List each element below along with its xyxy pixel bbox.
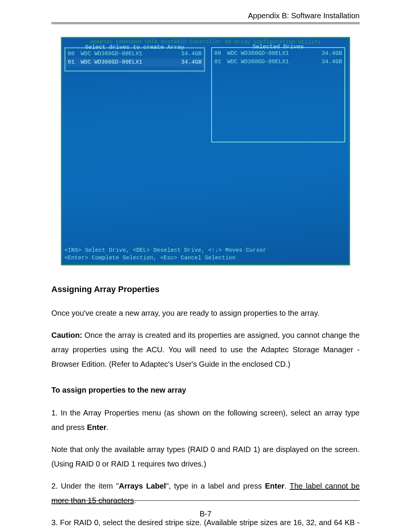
drive-size: 34.4GB — [315, 58, 342, 66]
header-appendix: Appendix B: Software Installation — [51, 11, 360, 20]
help-line: <Enter> Complete Selection, <Esc> Cancel… — [64, 254, 347, 262]
text: 3. For RAID 0, select the desired stripe… — [51, 518, 360, 532]
select-drives-panel: Select drives to create Array 00 WDC WD3… — [64, 47, 205, 72]
drive-id: 01 — [214, 58, 227, 66]
bottom-rule — [51, 500, 360, 501]
drive-name: WDC WD360GD-00ELX1 — [81, 58, 175, 67]
enter-key: Enter — [265, 482, 284, 490]
drive-name: WDC WD360GD-00ELX1 — [227, 58, 315, 66]
console-help: <INS> Select Drive, <DEL> Deselect Drive… — [64, 247, 347, 262]
text: ", type in a label and press — [166, 482, 265, 490]
paragraph: Once you've create a new array, you are … — [51, 306, 360, 320]
raid-console: Adaptec Embedded SATA HostRAID Controlle… — [61, 37, 350, 265]
help-line: <INS> Select Drive, <DEL> Deselect Drive… — [64, 247, 347, 254]
body-text: Assigning Array Properties Once you've c… — [51, 281, 360, 532]
drive-size: 34.4GB — [175, 50, 202, 58]
drive-name: WDC WD360GD-00ELX1 — [227, 50, 315, 58]
enter-key: Enter — [87, 423, 106, 431]
text: 2. Under the item " — [51, 482, 119, 490]
drive-id: 00 — [68, 50, 81, 58]
top-rule — [51, 22, 360, 26]
drive-size: 34.4GB — [175, 58, 202, 67]
text: . — [284, 482, 290, 490]
drive-row[interactable]: 01 WDC WD360GD-00ELX1 34.4GB — [65, 58, 204, 67]
console-screenshot: Adaptec Embedded SATA HostRAID Controlle… — [61, 37, 350, 265]
selected-drives-panel: Selected Drives 00 WDC WD360GD-00ELX1 34… — [211, 47, 345, 142]
drive-row[interactable]: 00 WDC WD360GD-00ELX1 34.4GB — [65, 50, 204, 58]
page-number: B-7 — [0, 510, 411, 518]
drive-row: 01 WDC WD360GD-00ELX1 34.4GB — [212, 58, 344, 66]
drive-id: 01 — [68, 58, 81, 67]
drive-row: 00 WDC WD360GD-00ELX1 34.4GB — [212, 50, 344, 58]
subheading: To assign properties to the new array — [51, 383, 360, 397]
caution-text: Once the array is created and its proper… — [51, 331, 360, 368]
select-drives-title: Select drives to create Array — [65, 44, 204, 51]
caution-label: Caution: — [51, 331, 82, 339]
drive-name: WDC WD360GD-00ELX1 — [81, 50, 175, 58]
section-heading: Assigning Array Properties — [51, 281, 360, 297]
caution-paragraph: Caution: Once the array is created and i… — [51, 328, 360, 371]
drive-id: 00 — [214, 50, 227, 58]
selected-drives-title: Selected Drives — [212, 44, 344, 50]
page: Appendix B: Software Installation Adapte… — [0, 0, 411, 532]
note-paragraph: Note that only the available array types… — [51, 442, 360, 471]
arrays-label: Arrays Label — [119, 482, 166, 490]
drive-size: 34.4GB — [315, 50, 342, 58]
step-1: 1. In the Array Properties menu (as show… — [51, 406, 360, 435]
step-2: 2. Under the item "Arrays Label", type i… — [51, 479, 360, 508]
text: . — [107, 423, 109, 431]
